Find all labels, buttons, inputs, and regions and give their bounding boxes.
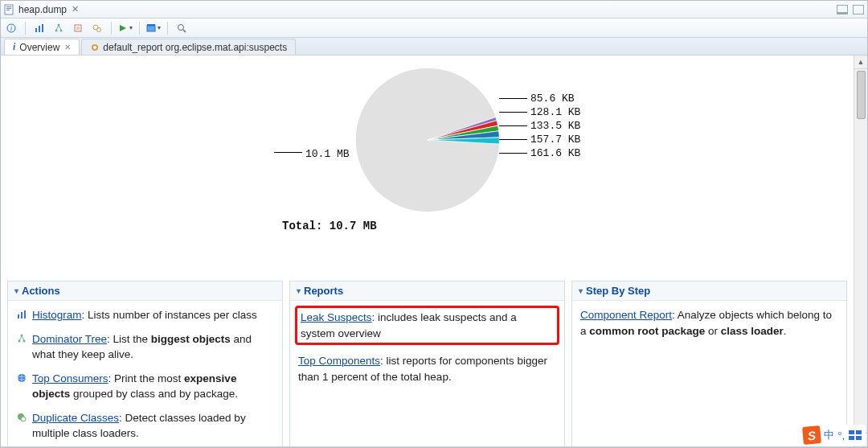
histogram-icon [16,309,27,320]
tab-overview[interactable]: i Overview ✕ [4,39,80,55]
svg-rect-8 [42,24,43,32]
ime-keyboard-icon[interactable] [848,429,862,442]
editor-tab-close[interactable]: ✕ [72,4,79,14]
toolbar: i [1,18,867,38]
histogram-icon[interactable] [32,21,47,35]
svg-rect-13 [76,27,80,30]
tab-overview-label: Overview [19,42,59,53]
twistie-icon: ▾ [579,286,583,295]
editor-tab-title[interactable]: heap.dump [18,4,67,15]
search-icon[interactable] [174,21,189,35]
window-controls [837,5,864,14]
top-components-link[interactable]: Top Components [298,355,380,367]
panel-reports-title: Reports [304,285,343,297]
pie-slice-label: 85.6 KB [499,92,580,105]
ime-lang[interactable]: 中 [824,428,834,442]
svg-rect-25 [24,310,26,319]
dominator-tree-link[interactable]: Dominator Tree [32,333,107,345]
svg-rect-6 [35,28,37,32]
svg-point-15 [97,27,101,31]
panel-reports: ▾ Reports Leak Suspects: includes leak s… [289,281,565,446]
svg-rect-16 [147,26,155,31]
svg-rect-34 [856,430,862,434]
svg-rect-2 [6,8,11,9]
scroll-up-arrow[interactable]: ▲ [854,55,867,69]
svg-line-19 [183,30,186,32]
duplicate-classes-link[interactable]: Duplicate Classes [32,412,119,424]
file-icon [4,4,15,15]
run-query-dropdown[interactable] [118,21,133,35]
svg-point-32 [21,417,26,421]
pie-slice-label: 128.1 KB [499,105,580,119]
pie-main-slice-label: 10.1 MB [274,148,350,160]
top-consumers-link[interactable]: Top Consumers [32,372,108,384]
twistie-icon: ▾ [14,286,18,295]
action-histogram: Histogram: Lists number of instances per… [16,307,274,323]
panel-step-title: Step By Step [586,285,650,297]
panel-actions-header[interactable]: ▾ Actions [8,282,282,301]
panel-step-by-step: ▾ Step By Step Component Report: Analyze… [571,281,847,446]
panel-step-header[interactable]: ▾ Step By Step [572,282,846,301]
tab-overview-close[interactable]: ✕ [64,43,71,51]
leak-suspects-highlight: Leak Suspects: includes leak suspects an… [295,306,559,345]
ime-tray: S 中 °, [800,425,866,446]
svg-rect-24 [21,312,23,319]
panels-row: ▾ Actions Histogram: Lists number of ins… [1,281,854,446]
tab-default-report-label: default_report org.eclipse.mat.api:suspe… [103,42,287,53]
panel-actions-title: Actions [22,285,60,297]
twistie-icon: ▾ [297,286,301,295]
action-top-consumers: Top Consumers: Print the most expensive … [16,371,274,402]
svg-rect-33 [849,430,854,434]
query-browser-dropdown[interactable] [146,21,161,35]
info-icon[interactable]: i [4,21,18,35]
svg-point-18 [178,24,184,30]
scroll-thumb[interactable] [857,71,866,119]
ime-punct[interactable]: °, [837,430,845,442]
gears-icon[interactable] [90,21,104,35]
editor-tab-bar: heap.dump ✕ [1,1,867,18]
duplicate-icon [16,412,27,423]
sub-tab-bar: i Overview ✕ default_report org.eclipse.… [1,38,867,55]
step-component-report: Component Report: Analyze objects which … [580,307,838,339]
action-duplicate-classes: Duplicate Classes: Detect classes loaded… [16,410,274,442]
pie-chart [351,64,504,216]
pie-chart-area: 10.1 MB 85.6 KB128.1 KB133.5 KB157.7 KB1… [1,55,854,281]
ime-badge-icon[interactable]: S [802,425,821,445]
svg-rect-7 [39,26,40,32]
leak-suspects-link[interactable]: Leak Suspects [301,311,372,323]
overview-content: 10.1 MB 85.6 KB128.1 KB133.5 KB157.7 KB1… [1,55,854,446]
svg-rect-3 [6,10,10,10]
pie-slice-label: 161.6 KB [499,146,580,160]
pie-slice-labels: 85.6 KB128.1 KB133.5 KB157.7 KB161.6 KB [499,92,580,160]
tree-icon[interactable] [51,21,66,35]
svg-rect-23 [18,314,19,319]
component-report-link[interactable]: Component Report [580,309,672,321]
svg-rect-17 [147,24,155,26]
pie-total-label: Total: 10.7 MB [1,220,854,232]
report-icon [90,43,100,52]
report-leak-suspects: Leak Suspects: includes leak suspects an… [301,310,554,341]
svg-text:i: i [10,24,13,32]
panel-reports-header[interactable]: ▾ Reports [290,282,564,301]
report-top-components: Top Components: list reports for compone… [298,353,556,384]
tree-icon [16,333,27,344]
thread-icon[interactable] [71,21,85,35]
maximize-button[interactable] [853,5,864,14]
svg-rect-36 [856,436,862,440]
svg-rect-35 [849,436,854,440]
app-window: heap.dump ✕ i i Overview ✕ default_repor… [0,0,868,448]
svg-rect-1 [6,6,11,7]
vertical-scrollbar[interactable]: ▲ ▼ [854,55,867,446]
svg-point-21 [93,46,96,49]
action-dominator-tree: Dominator Tree: List the biggest objects… [16,331,274,363]
panel-actions: ▾ Actions Histogram: Lists number of ins… [7,281,283,446]
histogram-link[interactable]: Histogram [32,309,82,321]
pie-slice-label: 157.7 KB [499,133,580,146]
globe-icon [16,372,27,384]
minimize-button[interactable] [837,5,848,14]
pie-slice-label: 133.5 KB [499,119,580,133]
tab-default-report[interactable]: default_report org.eclipse.mat.api:suspe… [81,39,296,55]
